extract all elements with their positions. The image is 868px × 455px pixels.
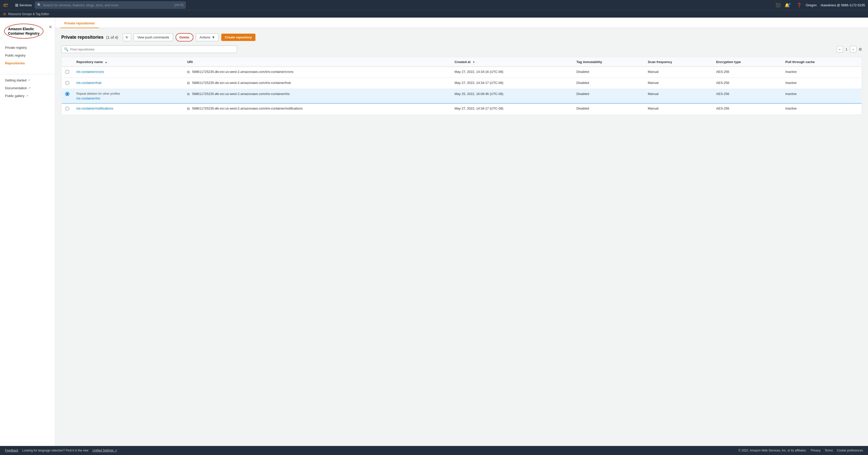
copy-uri-icon[interactable]: ⧉ [187, 81, 190, 85]
resource-bar: ⚙ Resource Groups & Tag Editor [0, 10, 868, 18]
row-select-cell[interactable] [62, 103, 73, 115]
copy-uri-icon[interactable]: ⧉ [187, 92, 190, 96]
terminal-icon[interactable]: ⬛ [776, 3, 781, 7]
sidebar-item-getting-started[interactable]: Getting started ↗ [0, 77, 55, 84]
sidebar-logo-oval: Amazon ElasticContainer Registry [4, 24, 43, 39]
feedback-link[interactable]: Feedback [5, 449, 18, 452]
row-name-cell: Repeat deletion for other profilesiris-c… [73, 89, 184, 103]
row-radio-button[interactable] [65, 70, 69, 74]
cookie-preferences-link[interactable]: Cookie preferences [837, 449, 863, 452]
sidebar-item-repositories[interactable]: Repositories [0, 59, 55, 67]
repository-name-link[interactable]: iris-container/notifications [76, 107, 113, 110]
refresh-button[interactable]: ↻ [123, 33, 131, 41]
account-menu[interactable]: rkawahara @ 5886-1172-5235 [820, 3, 865, 7]
create-repository-button[interactable]: Create repository [221, 34, 255, 41]
footer: Feedback Looking for language selection?… [0, 446, 868, 455]
row-encryption-type-cell: AES-256 [713, 103, 782, 115]
pagination-settings-button[interactable]: ⚙ [859, 47, 862, 52]
row-scan-frequency-cell: Manual [644, 89, 713, 103]
row-name-cell: iris-container/crons [73, 67, 184, 78]
sort-icon: ▼ [472, 61, 475, 64]
terms-link[interactable]: Terms [825, 449, 833, 452]
privacy-link[interactable]: Privacy [811, 449, 820, 452]
unified-settings-link[interactable]: Unified Settings ↗ [92, 449, 117, 452]
row-radio-button[interactable] [65, 81, 69, 85]
row-select-cell[interactable] [62, 78, 73, 89]
row-select-cell[interactable] [62, 67, 73, 78]
uri-text: 588611725235.dkr.ecr.us-west-2.amazonaws… [192, 92, 289, 96]
row-tag-immutability-cell: Disabled [573, 67, 644, 78]
sidebar-item-public-gallery[interactable]: Public gallery ↗ [0, 92, 55, 100]
sidebar-item-documentation[interactable]: Documentation ↗ [0, 84, 55, 92]
region-selector[interactable]: Oregon [806, 3, 816, 7]
col-created-at[interactable]: Created at ▼ [451, 58, 573, 67]
search-input[interactable] [43, 3, 173, 7]
copy-uri-icon[interactable]: ⧉ [187, 107, 190, 111]
resource-groups-label[interactable]: Resource Groups & Tag Editor [8, 12, 49, 16]
sidebar-close-button[interactable]: ✕ [49, 25, 52, 29]
row-uri-cell: ⧉588611725235.dkr.ecr.us-west-2.amazonaw… [184, 89, 451, 103]
tab-bar: Private repositories [55, 18, 868, 28]
col-scan-frequency: Scan frequency [644, 58, 713, 67]
notification-badge [788, 3, 790, 5]
external-link-icon: ↗ [28, 79, 30, 82]
global-search[interactable]: 🔍 [Alt+S] [35, 1, 186, 8]
row-pull-through-cache-cell: Inactive [782, 67, 862, 78]
sidebar-secondary-nav: Getting started ↗ Documentation ↗ Public… [0, 77, 55, 105]
row-uri-cell: ⧉588611725235.dkr.ecr.us-west-2.amazonaw… [184, 103, 451, 115]
repository-name-link[interactable]: iris-container/iris [76, 96, 100, 100]
repository-name-link[interactable]: iris-container/crons [76, 70, 104, 73]
col-pull-through-cache: Pull through cache [782, 58, 862, 67]
row-encryption-type-cell: AES-256 [713, 67, 782, 78]
row-name-cell: iris-container/notifications [73, 103, 184, 115]
col-uri: URI [184, 58, 451, 67]
sidebar-title: Amazon ElasticContainer Registry [8, 27, 39, 36]
sidebar-logo-area: Amazon ElasticContainer Registry ✕ [0, 22, 55, 44]
search-input[interactable] [70, 48, 234, 51]
col-name[interactable]: Repository name ▲ [73, 58, 184, 67]
row-scan-frequency-cell: Manual [644, 67, 713, 78]
pagination: ‹ 1 › ⚙ [837, 46, 862, 53]
footer-left: Feedback Looking for language selection?… [5, 449, 117, 452]
row-radio-button[interactable] [65, 92, 69, 96]
repository-name-link[interactable]: iris-container/hub [76, 81, 101, 85]
sidebar-item-private-registry[interactable]: Private registry [0, 44, 55, 52]
row-scan-frequency-cell: Manual [644, 78, 713, 89]
row-pull-through-cache-cell: Inactive [782, 78, 862, 89]
footer-settings-text: Looking for language selection? Find it … [22, 449, 89, 452]
services-menu[interactable]: ⊞ Services [15, 3, 32, 7]
sidebar: Amazon ElasticContainer Registry ✕ Priva… [0, 18, 55, 446]
view-push-commands-button[interactable]: View push commands [134, 33, 173, 41]
row-created-at-cell: May 27, 2022, 14:34:17 (UTC-08) [451, 78, 573, 89]
repository-search[interactable]: 🔍 [61, 46, 237, 53]
panel-toolbar: Private repositories (1 of 4) ↻ View pus… [61, 33, 862, 41]
sidebar-item-label: Public gallery [5, 94, 24, 98]
tab-private-repositories[interactable]: Private repositories [60, 19, 99, 28]
search-shortcut: [Alt+S] [174, 3, 183, 7]
row-radio-button[interactable] [65, 107, 69, 111]
main-layout: Amazon ElasticContainer Registry ✕ Priva… [0, 18, 868, 446]
delete-button[interactable]: Delete [176, 33, 193, 41]
table-row: iris-container/hub⧉588611725235.dkr.ecr.… [62, 78, 862, 89]
svg-text:aws: aws [3, 3, 8, 5]
aws-logo[interactable]: aws [3, 2, 12, 8]
panel-count: (1 of 4) [106, 35, 118, 39]
nav-right: ⬛ 🔔 ❓ Oregon rkawahara @ 5886-1172-5235 [776, 3, 865, 7]
pagination-prev-button[interactable]: ‹ [837, 46, 843, 53]
main-panel: Private repositories (1 of 4) ↻ View pus… [55, 28, 868, 120]
row-created-at-cell: May 25, 2022, 16:08:46 (UTC-08) [451, 89, 573, 103]
help-icon[interactable]: ❓ [797, 3, 802, 7]
row-name-cell: iris-container/hub [73, 78, 184, 89]
uri-cell-container: ⧉588611725235.dkr.ecr.us-west-2.amazonaw… [187, 70, 447, 74]
copy-uri-icon[interactable]: ⧉ [187, 70, 190, 74]
row-uri-cell: ⧉588611725235.dkr.ecr.us-west-2.amazonaw… [184, 67, 451, 78]
panel-title: Private repositories (1 of 4) [61, 35, 118, 40]
row-tag-immutability-cell: Disabled [573, 89, 644, 103]
settings-link-text: Unified Settings [92, 449, 114, 452]
row-tag-immutability-cell: Disabled [573, 78, 644, 89]
uri-cell-container: ⧉588611725235.dkr.ecr.us-west-2.amazonaw… [187, 92, 447, 96]
row-select-cell[interactable] [62, 89, 73, 103]
pagination-next-button[interactable]: › [850, 46, 857, 53]
actions-button[interactable]: Actions ▼ [196, 33, 219, 41]
sidebar-item-public-registry[interactable]: Public registry [0, 52, 55, 59]
